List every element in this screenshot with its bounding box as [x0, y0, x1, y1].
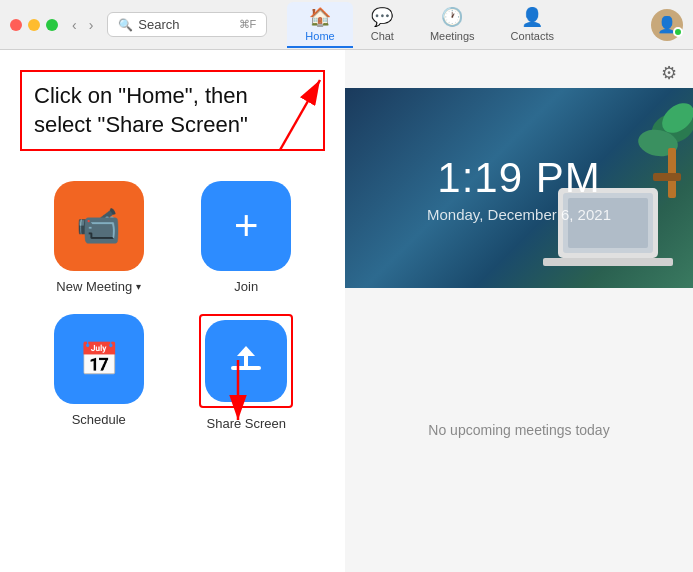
upload-icon: [227, 342, 265, 380]
back-button[interactable]: ‹: [68, 15, 81, 35]
meetings-icon: 🕐: [441, 6, 463, 28]
gear-icon: ⚙: [661, 63, 677, 83]
titlebar: ‹ › 🔍 Home Search ⌘F 🏠 Home 💬 Chat 🕐 Mee…: [0, 0, 693, 50]
right-panel: ⚙ 1:19 PM Monday, De: [345, 50, 693, 572]
share-screen-highlight: [199, 314, 293, 408]
new-meeting-button[interactable]: 📹: [54, 181, 144, 271]
no-meetings-text: No upcoming meetings today: [428, 422, 609, 438]
share-screen-label: Share Screen: [207, 416, 287, 431]
schedule-item: 📅 Schedule: [40, 314, 158, 431]
join-button[interactable]: +: [201, 181, 291, 271]
search-icon: 🔍: [118, 18, 133, 32]
hero-date: Monday, December 6, 2021: [427, 206, 611, 223]
no-meetings-area: No upcoming meetings today: [345, 288, 693, 572]
traffic-lights: [10, 19, 58, 31]
search-placeholder-text: Search: [138, 17, 238, 32]
chat-icon: 💬: [371, 6, 393, 28]
presence-indicator: [673, 27, 683, 37]
dropdown-chevron-icon: ▾: [136, 281, 141, 292]
svg-rect-14: [543, 258, 673, 266]
join-item: + Join: [188, 181, 306, 294]
hero-time: 1:19 PM: [427, 154, 611, 202]
annotation-text: Click on "Home", then select "Share Scre…: [34, 83, 248, 137]
tab-contacts[interactable]: 👤 Contacts: [493, 2, 572, 48]
new-meeting-label: New Meeting ▾: [56, 279, 141, 294]
contacts-icon: 👤: [521, 6, 543, 28]
search-bar[interactable]: 🔍 Home Search ⌘F: [107, 12, 267, 37]
tab-meetings-label: Meetings: [430, 30, 475, 42]
actions-grid: 📹 New Meeting ▾ + Join 📅 Schedule: [20, 181, 325, 431]
avatar-area: 👤: [651, 9, 683, 41]
join-label: Join: [234, 279, 258, 294]
annotation-box: Click on "Home", then select "Share Scre…: [20, 70, 325, 151]
calendar-icon: 📅: [79, 340, 119, 378]
plus-icon: +: [234, 202, 259, 250]
camera-icon: 📹: [76, 205, 121, 247]
gear-row: ⚙: [345, 50, 693, 88]
tab-meetings[interactable]: 🕐 Meetings: [412, 2, 493, 48]
schedule-button[interactable]: 📅: [54, 314, 144, 404]
tab-contacts-label: Contacts: [511, 30, 554, 42]
settings-button[interactable]: ⚙: [657, 58, 681, 88]
tab-chat[interactable]: 💬 Chat: [353, 2, 412, 48]
tab-home-label: Home: [305, 30, 334, 42]
left-panel: Click on "Home", then select "Share Scre…: [0, 50, 345, 572]
hero-banner: 1:19 PM Monday, December 6, 2021: [345, 88, 693, 288]
close-button[interactable]: [10, 19, 22, 31]
search-shortcut: ⌘F: [239, 18, 257, 31]
minimize-button[interactable]: [28, 19, 40, 31]
tab-chat-label: Chat: [371, 30, 394, 42]
share-screen-item: Share Screen: [188, 314, 306, 431]
forward-button[interactable]: ›: [85, 15, 98, 35]
svg-marker-2: [237, 346, 255, 356]
new-meeting-item: 📹 New Meeting ▾: [40, 181, 158, 294]
main-content: Click on "Home", then select "Share Scre…: [0, 50, 693, 572]
maximize-button[interactable]: [46, 19, 58, 31]
tab-home[interactable]: 🏠 Home: [287, 2, 352, 48]
home-icon: 🏠: [309, 6, 331, 28]
tab-navigation: 🏠 Home 💬 Chat 🕐 Meetings 👤 Contacts: [287, 2, 572, 48]
share-screen-button[interactable]: [205, 320, 287, 402]
nav-arrows: ‹ ›: [68, 15, 97, 35]
schedule-label: Schedule: [72, 412, 126, 427]
